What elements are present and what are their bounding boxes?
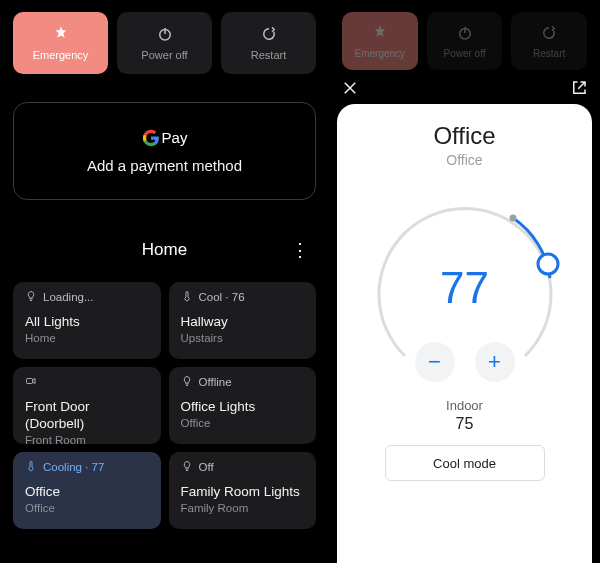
thermostat-stepper: − + (365, 342, 565, 382)
sheet-topbar (329, 78, 600, 102)
tile-sub: Upstairs (181, 331, 305, 347)
tile-status: Offline (199, 376, 232, 388)
bulb-icon (25, 290, 37, 304)
restart-icon (260, 25, 278, 43)
tile-sub: Family Room (181, 501, 305, 517)
device-tile[interactable]: Cool · 76 Hallway Upstairs (169, 282, 317, 359)
device-tile-active[interactable]: Cooling · 77 Office Office (13, 452, 161, 529)
restart-label: Restart (251, 49, 286, 61)
power-row-dimmed: Emergency Power off Restart (329, 0, 600, 70)
tile-title: Office (25, 484, 149, 501)
tile-sub: Office (25, 501, 149, 517)
home-title: Home (142, 240, 187, 260)
thermometer-icon (181, 290, 193, 304)
tile-status: Loading... (43, 291, 94, 303)
thermostat-subtitle: Office (446, 152, 482, 168)
power-off-label: Power off (443, 48, 485, 59)
tile-title: Family Room Lights (181, 484, 305, 501)
tile-status: Cooling · 77 (43, 461, 104, 473)
right-screenshot: Emergency Power off Restart Office Offic… (329, 0, 600, 563)
emergency-label: Emergency (33, 49, 89, 61)
restart-icon (540, 24, 558, 42)
tile-sub: Office (181, 416, 305, 432)
device-tile[interactable]: Loading... All Lights Home (13, 282, 161, 359)
device-tile[interactable]: Off Family Room Lights Family Room (169, 452, 317, 529)
mode-button[interactable]: Cool mode (385, 445, 545, 481)
emergency-button: Emergency (342, 12, 418, 70)
increment-button[interactable]: + (475, 342, 515, 382)
power-icon (456, 24, 474, 42)
gpay-brand-suffix: Pay (162, 129, 188, 146)
tile-title: Office Lights (181, 399, 305, 416)
restart-button: Restart (511, 12, 587, 70)
thermometer-icon (25, 460, 37, 474)
restart-label: Restart (533, 48, 565, 59)
emergency-label: Emergency (355, 48, 406, 59)
power-icon (156, 25, 174, 43)
thermostat-sheet: Office Office 77 − + Indoor 75 Cool mode (337, 104, 592, 563)
gpay-logo: Pay (142, 129, 188, 147)
home-more-button[interactable]: ⋮ (291, 241, 309, 259)
bulb-icon (181, 460, 193, 474)
restart-button[interactable]: Restart (221, 12, 316, 74)
tile-status: Off (199, 461, 214, 473)
tile-title: Front Door (Doorbell) (25, 399, 149, 433)
emergency-icon (371, 24, 389, 42)
pay-cta: Add a payment method (87, 157, 242, 174)
google-g-icon (142, 129, 160, 147)
thermostat-title: Office (433, 122, 495, 150)
close-icon[interactable] (341, 79, 359, 101)
tile-status: Cool · 76 (199, 291, 245, 303)
bulb-icon (181, 375, 193, 389)
camera-icon (25, 375, 37, 389)
svg-rect-2 (27, 379, 33, 384)
emergency-icon (52, 25, 70, 43)
left-screenshot: Emergency Power off Restart Pay Add a pa (0, 0, 329, 563)
tile-sub: Front Room (25, 433, 149, 449)
decrement-button[interactable]: − (415, 342, 455, 382)
tile-sub: Home (25, 331, 149, 347)
power-off-button: Power off (427, 12, 503, 70)
mode-label: Cool mode (433, 456, 496, 471)
open-external-icon[interactable] (570, 79, 588, 101)
indoor-value: 75 (456, 415, 474, 433)
home-header: Home ⋮ (20, 236, 309, 264)
tile-title: Hallway (181, 314, 305, 331)
pay-card[interactable]: Pay Add a payment method (13, 102, 316, 200)
device-tile[interactable]: Offline Office Lights Office (169, 367, 317, 444)
device-tile[interactable]: Front Door (Doorbell) Front Room (13, 367, 161, 444)
emergency-button[interactable]: Emergency (13, 12, 108, 74)
power-off-button[interactable]: Power off (117, 12, 212, 74)
thermostat-dial[interactable]: 77 − + (365, 188, 565, 388)
indoor-label: Indoor (446, 398, 483, 413)
power-off-label: Power off (141, 49, 187, 61)
tile-title: All Lights (25, 314, 149, 331)
power-row: Emergency Power off Restart (0, 0, 329, 74)
device-tile-grid: Loading... All Lights Home Cool · 76 Hal… (0, 264, 329, 529)
